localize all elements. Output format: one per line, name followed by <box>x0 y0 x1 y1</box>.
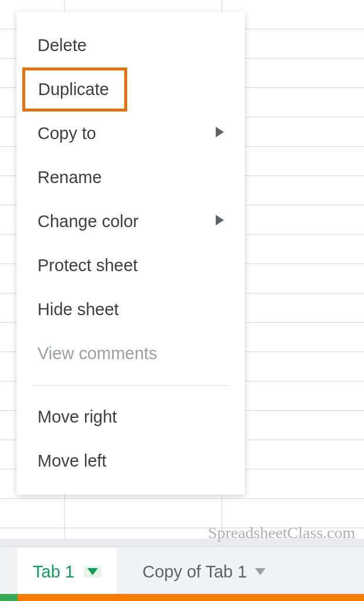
svg-marker-3 <box>255 568 266 575</box>
menu-item-label: Protect sheet <box>38 256 138 275</box>
menu-item-rename[interactable]: Rename <box>16 156 245 200</box>
menu-item-change-color[interactable]: Change color <box>16 200 245 244</box>
watermark: SpreadsheetClass.com <box>208 524 355 542</box>
sheet-tab-context-menu: Delete Duplicate Copy to Rename Change c… <box>16 12 245 495</box>
chevron-down-icon[interactable] <box>255 568 266 575</box>
svg-marker-0 <box>216 127 224 137</box>
sheet-tab[interactable]: Copy of Tab 1 <box>127 548 281 595</box>
menu-item-label: Delete <box>38 36 87 55</box>
menu-item-label: Move right <box>38 407 117 427</box>
menu-item-label: Duplicate <box>38 80 109 99</box>
menu-item-label: Copy to <box>38 124 96 143</box>
menu-item-view-comments: View comments <box>16 332 245 376</box>
submenu-arrow-icon <box>216 215 224 228</box>
submenu-arrow-icon <box>216 127 224 140</box>
sheet-tab-label: Copy of Tab 1 <box>142 562 247 582</box>
sheet-tab-bar: Tab 1 Copy of Tab 1 <box>0 546 364 601</box>
svg-marker-2 <box>87 568 98 575</box>
menu-item-hide-sheet[interactable]: Hide sheet <box>16 288 245 332</box>
menu-item-delete[interactable]: Delete <box>16 23 245 67</box>
menu-item-label: Change color <box>38 212 139 231</box>
menu-item-move-left[interactable]: Move left <box>16 439 245 483</box>
tab-underline-active <box>0 594 18 601</box>
tab-underline-bar <box>0 594 364 601</box>
menu-item-label: Move left <box>38 451 107 471</box>
menu-item-protect-sheet[interactable]: Protect sheet <box>16 244 245 288</box>
tab-underline <box>18 594 364 601</box>
menu-item-move-right[interactable]: Move right <box>16 395 245 439</box>
menu-item-label: Hide sheet <box>38 300 119 319</box>
menu-item-label: View comments <box>38 344 157 363</box>
svg-marker-1 <box>216 215 224 225</box>
menu-item-label: Rename <box>38 168 102 187</box>
menu-divider <box>33 385 229 386</box>
menu-item-duplicate[interactable]: Duplicate <box>22 67 127 112</box>
chevron-down-icon[interactable] <box>84 566 101 578</box>
menu-item-copy-to[interactable]: Copy to <box>16 112 245 156</box>
sheet-tab-active[interactable]: Tab 1 <box>18 548 117 595</box>
sheet-tab-label: Tab 1 <box>33 562 74 582</box>
